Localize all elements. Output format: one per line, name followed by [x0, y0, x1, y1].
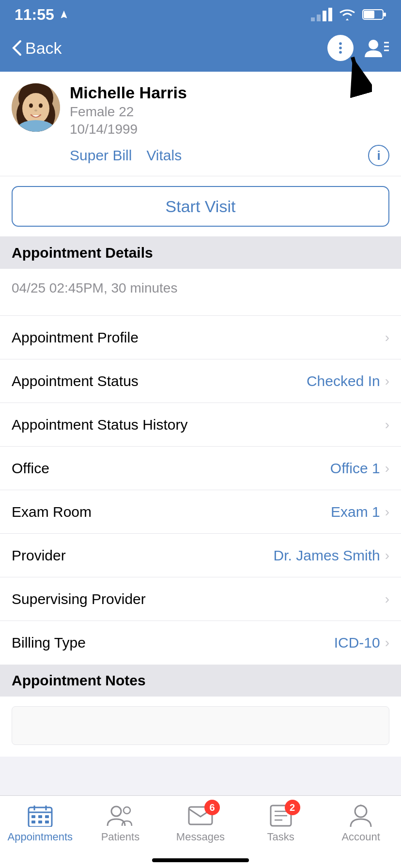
appointment-details-title: Appointment Details	[12, 245, 153, 261]
chevron-icon: ›	[385, 417, 389, 433]
info-button[interactable]: i	[368, 145, 389, 166]
svg-rect-28	[31, 815, 35, 818]
tab-tasks[interactable]: 2 Tasks	[241, 804, 321, 843]
patient-gender-age: Female 22	[70, 104, 389, 120]
tab-messages-label: Messages	[176, 831, 225, 843]
patient-name: Michelle Harris	[70, 83, 389, 102]
tab-account-label: Account	[341, 831, 380, 843]
appointments-icon	[28, 805, 53, 827]
nav-actions	[327, 35, 389, 61]
patient-avatar	[12, 83, 60, 132]
more-options-button[interactable]	[327, 35, 354, 61]
more-options-icon	[334, 42, 347, 54]
patient-photo	[12, 83, 60, 132]
notes-input[interactable]	[12, 706, 389, 745]
chevron-icon: ›	[385, 548, 389, 563]
appointment-list: Appointment Profile › Appointment Status…	[0, 316, 401, 665]
appointment-status-history-item[interactable]: Appointment Status History ›	[0, 403, 401, 447]
super-bill-link[interactable]: Super Bill	[70, 147, 132, 164]
patient-links: Super Bill Vitals i	[70, 145, 389, 166]
svg-rect-3	[328, 8, 332, 21]
account-icon	[350, 804, 372, 828]
battery-icon	[362, 8, 386, 21]
appointment-date-time: 04/25 02:45PM, 30 minutes	[0, 269, 401, 316]
svg-rect-2	[323, 11, 326, 21]
svg-point-7	[339, 42, 342, 45]
tab-patients-label: Patients	[101, 831, 140, 843]
svg-rect-6	[364, 11, 374, 18]
tasks-badge: 2	[285, 800, 300, 815]
supervising-provider-item[interactable]: Supervising Provider ›	[0, 577, 401, 621]
appointment-notes-header: Appointment Notes	[0, 665, 401, 697]
svg-point-35	[123, 807, 130, 814]
svg-point-34	[111, 806, 121, 816]
status-icons	[311, 8, 386, 21]
messages-badge: 6	[204, 800, 220, 815]
svg-rect-5	[384, 13, 386, 16]
status-bar: 11:55	[0, 0, 401, 29]
chevron-icon: ›	[385, 504, 389, 520]
tab-appointments[interactable]: Appointments	[0, 804, 80, 843]
chevron-icon: ›	[385, 461, 389, 476]
contacts-list-icon	[364, 38, 389, 58]
svg-rect-29	[38, 815, 42, 818]
status-time: 11:55	[15, 6, 69, 24]
svg-rect-30	[45, 815, 49, 818]
svg-rect-32	[38, 821, 42, 823]
contacts-list-button[interactable]	[363, 35, 389, 61]
patient-dob: 10/14/1999	[70, 122, 389, 137]
tab-patients[interactable]: Patients	[80, 804, 161, 843]
chevron-icon: ›	[385, 330, 389, 345]
appointment-details-header: Appointment Details	[0, 237, 401, 269]
svg-rect-0	[311, 17, 315, 21]
svg-point-8	[339, 46, 342, 49]
patient-info: Michelle Harris Female 22 10/14/1999 Sup…	[70, 83, 389, 166]
home-indicator	[152, 858, 249, 862]
svg-point-20	[29, 104, 33, 108]
svg-point-21	[39, 104, 43, 108]
exam-room-item[interactable]: Exam Room Exam 1 ›	[0, 490, 401, 534]
appointment-profile-item[interactable]: Appointment Profile ›	[0, 316, 401, 359]
vitals-link[interactable]: Vitals	[146, 147, 182, 164]
svg-rect-31	[31, 821, 35, 823]
patients-icon	[107, 805, 134, 827]
office-item[interactable]: Office Office 1 ›	[0, 447, 401, 490]
start-visit-container: Start Visit	[0, 176, 401, 237]
chevron-icon: ›	[385, 591, 389, 607]
wifi-icon	[338, 8, 356, 21]
tab-account[interactable]: Account	[321, 804, 401, 843]
tab-tasks-label: Tasks	[267, 831, 294, 843]
billing-type-item[interactable]: Billing Type ICD-10 ›	[0, 621, 401, 665]
svg-point-9	[339, 51, 342, 54]
svg-point-41	[355, 806, 367, 817]
chevron-icon: ›	[385, 635, 389, 651]
svg-point-10	[369, 40, 378, 49]
patient-header: Michelle Harris Female 22 10/14/1999 Sup…	[0, 72, 401, 176]
appointment-notes-title: Appointment Notes	[12, 672, 146, 688]
back-chevron-icon	[12, 39, 22, 57]
location-icon	[59, 10, 69, 19]
back-button[interactable]: Back	[12, 39, 62, 58]
provider-item[interactable]: Provider Dr. James Smith ›	[0, 534, 401, 577]
start-visit-button[interactable]: Start Visit	[12, 186, 389, 227]
svg-point-22	[34, 109, 37, 111]
tab-appointments-label: Appointments	[8, 831, 73, 843]
appointment-status-item[interactable]: Appointment Status Checked In ›	[0, 359, 401, 403]
notes-section	[0, 697, 401, 757]
svg-rect-33	[45, 821, 49, 823]
nav-bar: Back	[0, 29, 401, 72]
svg-rect-1	[317, 15, 321, 21]
chevron-icon: ›	[385, 373, 389, 389]
signal-icon	[311, 8, 332, 21]
tab-bar: Appointments Patients 6 Messages	[0, 795, 401, 868]
tab-messages[interactable]: 6 Messages	[160, 804, 241, 843]
svg-point-19	[22, 93, 49, 124]
